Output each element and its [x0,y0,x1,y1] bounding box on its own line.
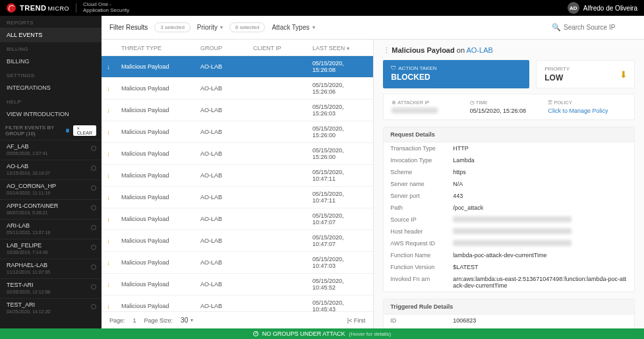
sidebar: REPORTS ALL EVENTS BILLING BILLING SETTI… [0,16,102,328]
page-label: Page: [109,317,125,324]
group-status-icon [91,264,96,270]
table-row[interactable]: ↓ Malicious Payload AO-LAB 05/15/2020, 1… [102,100,373,121]
cell-group: AO-LAB [200,172,253,179]
table-row[interactable]: ↓ Malicious Payload AO-LAB 05/15/2020, 1… [102,187,373,208]
topbar: TRENDMICRO Cloud One -Application Securi… [0,0,644,16]
pill-selected-2[interactable]: 6 selected [229,22,265,32]
group-item[interactable]: LAB_FELIPE10/30/2019, 7:14:40 [0,239,102,259]
chevron-down-icon: ▾ [190,317,193,323]
table-row[interactable]: ↓ Malicious Payload AO-LAB 05/15/2020, 1… [102,143,373,165]
nav-view-intro[interactable]: VIEW INTRODUCTION [0,107,102,121]
table-row[interactable]: ↓ Malicious Payload AO-LAB 05/15/2020, 1… [102,252,373,274]
user-menu[interactable]: AD Alfredo de Oliveira [568,2,637,14]
cell-last-seen: 05/15/2020, 15:26:03 [312,104,366,117]
nav-all-events[interactable]: ALL EVENTS [0,28,102,42]
group-item[interactable]: TEST_ARI04/25/2020, 14:12:20 [0,298,102,318]
col-group[interactable]: GROUP [200,45,253,51]
group-item[interactable]: AO_CORONA_HP02/14/2020, 11:11:19 [0,179,102,199]
kv-key: Invoked Fn arn [390,276,453,289]
section-billing: BILLING [0,42,102,54]
group-status-icon [91,284,96,290]
group-name: RAPHAEL-LAB [7,262,95,268]
arrow-down-icon: ↓ [107,259,121,266]
col-last-seen[interactable]: LAST SEEN▾ [312,45,366,51]
download-icon[interactable]: ⬇ [620,69,628,80]
group-item[interactable]: AF_LAB05/05/2020, 1:07:41 [0,140,102,160]
arrow-down-icon: ↓ [107,194,121,201]
table-row[interactable]: ↓ Malicious Payload AO-LAB 05/15/2020, 1… [102,165,373,187]
pill-selected-1[interactable]: 3 selected [154,22,190,32]
group-item[interactable]: ARI-LAB05/11/2020, 13:07:18 [0,219,102,239]
group-item[interactable]: APP1-CONTAINER06/07/2019, 5:28:21 [0,199,102,219]
divider [76,3,76,13]
cell-group: AO-LAB [200,303,253,309]
kv-row: Server port443 [384,190,634,202]
table-row[interactable]: ↓ Malicious Payload AO-LAB 05/15/2020, 1… [102,208,373,230]
cell-last-seen: 05/15/2020, 10:47:03 [312,256,366,269]
kv-key: AWS Request ID [390,240,453,247]
brand-name: TRENDMICRO [20,4,69,12]
cell-group: AO-LAB [200,129,253,135]
filter-results-label: Filter Results [109,24,148,31]
table-row[interactable]: ↓ Malicious Payload AO-LAB 05/15/2020, 1… [102,121,373,143]
filters-row: Filter Results 3 selected Priority▾ 6 se… [102,16,644,40]
group-status-icon [91,304,96,309]
cell-threat-type: Malicious Payload [121,216,200,222]
kv-row: AWS Request ID [384,237,634,249]
group-item[interactable]: RAPHAEL-LAB11/12/2019, 11:07:05 [0,259,102,278]
cell-last-seen: 05/15/2020, 15:26:00 [312,125,366,139]
groups-list: AF_LAB05/05/2020, 1:07:41AO-LAB12/15/201… [0,140,102,318]
col-threat-type[interactable]: THREAT TYPE [121,45,200,51]
kv-row: ID1006823 [384,315,634,326]
group-name: TEST-ARI [7,282,95,288]
user-name: Alfredo de Oliveira [583,5,637,12]
group-item[interactable]: AO-LAB12/15/2019, 10:19:27 [0,160,102,179]
page-size-dropdown[interactable]: 30 ▾ [181,317,193,324]
target-icon: ⊕ [392,100,396,106]
footer-hover: (Hover for details) [349,331,392,337]
cell-last-seen: 05/15/2020, 15:26:00 [312,147,366,160]
manage-policy-link[interactable]: Click to Manage Policy [548,108,626,114]
cell-last-seen: 05/15/2020, 10:45:52 [312,278,366,291]
arrow-down-icon: ↓ [107,172,121,179]
table-row[interactable]: ↓ Malicious Payload AO-LAB 05/15/2020, 1… [102,78,373,100]
attack-types-dropdown[interactable]: Attack Types▾ [272,24,314,31]
avatar: AD [568,2,579,14]
group-item[interactable]: TEST-ARI02/20/2020, 12:12:08 [0,278,102,298]
group-status-icon [91,185,96,191]
cell-threat-type: Malicious Payload [121,150,200,157]
kv-key: Server name [390,181,453,187]
cell-threat-type: Malicious Payload [121,129,200,135]
col-client-ip[interactable]: CLIENT IP [253,45,312,51]
kv-key: Transaction Type [390,145,453,152]
table-row[interactable]: ↓ Malicious Payload AO-LAB 05/15/2020, 1… [102,295,373,311]
nav-billing[interactable]: BILLING [0,54,102,69]
table-row[interactable]: ↓ Malicious Payload AO-LAB 05/15/2020, 1… [102,274,373,295]
group-name: LAB_FELIPE [7,242,95,249]
table-row[interactable]: ↓ Malicious Payload AO-LAB 05/15/2020, 1… [102,56,373,78]
group-name: ARI-LAB [7,222,95,229]
priority-card: PRIORITY LOW ⬇ [536,60,635,88]
detail-pane: ⋮ Malicious Payload on AO-LAB 🛡ACTION TA… [374,40,644,328]
cell-threat-type: Malicious Payload [121,107,200,113]
menu-icon[interactable]: ⋮ [383,46,390,55]
status-footer[interactable]: NO GROUPS UNDER ATTACK (Hover for detail… [0,328,644,339]
priority-dropdown[interactable]: Priority▾ [197,24,223,31]
arrow-down-icon: ↓ [107,85,121,92]
panel-header: Triggered Rule Details [384,299,634,315]
table-row[interactable]: ↓ Malicious Payload AO-LAB 05/15/2020, 1… [102,230,373,252]
search-box[interactable]: 🔍 [552,23,636,32]
cell-group: AO-LAB [200,281,253,288]
group-time: 12/15/2019, 10:19:27 [7,171,95,175]
kv-value: $LATEST [453,264,628,270]
kv-row: Invoked Fn arnarn:aws:lambda:us-east-2:5… [384,273,634,292]
arrow-down-icon: ↓ [107,129,121,136]
kv-key: Function Name [390,252,453,259]
search-input[interactable] [564,24,636,31]
kv-key: Server port [390,193,453,199]
nav-integrations[interactable]: INTEGRATIONS [0,80,102,95]
kv-row: Source IP [384,214,634,226]
first-page-button[interactable]: |< First [347,317,366,324]
clear-filter-button[interactable]: × CLEAR [73,125,96,136]
cell-threat-type: Malicious Payload [121,85,200,92]
